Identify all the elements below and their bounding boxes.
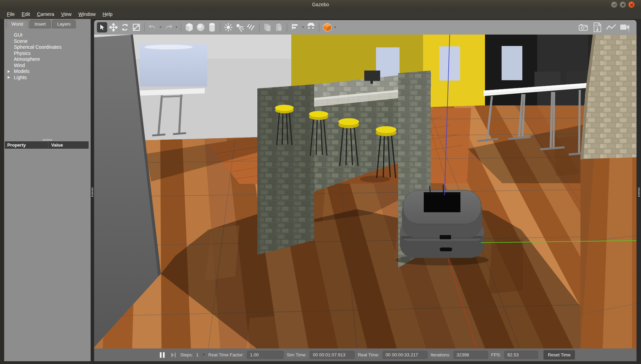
point-light-button[interactable] — [223, 22, 233, 32]
align-icon — [291, 23, 299, 31]
property-column-header[interactable]: Property — [5, 142, 48, 148]
left-splitter-grip[interactable] — [92, 188, 93, 197]
real-time-value: 00 00:00:33.217 — [383, 351, 428, 359]
cylinder-shape-icon — [209, 23, 216, 32]
undo-button[interactable] — [147, 22, 158, 32]
steps-label: Steps: — [180, 352, 193, 357]
translate-tool-button[interactable] — [108, 22, 119, 32]
magnet-icon — [306, 23, 315, 32]
paste-button[interactable] — [274, 22, 284, 32]
view-angle-button[interactable] — [322, 22, 332, 32]
toolbar-separator — [319, 23, 319, 32]
view-cube-icon — [323, 22, 332, 32]
tree-item-models[interactable]: Models — [4, 68, 91, 75]
menu-help[interactable]: Help — [99, 10, 116, 19]
record-video-button[interactable] — [620, 22, 630, 32]
scale-tool-button[interactable] — [131, 22, 141, 32]
undo-dropdown-caret[interactable] — [159, 27, 162, 28]
rtf-label: Real Time Factor: — [208, 352, 244, 357]
menu-window[interactable]: Window — [75, 10, 99, 19]
video-camera-icon — [620, 24, 630, 31]
data-logger-button[interactable]: LOG — [592, 22, 603, 32]
close-button[interactable] — [628, 1, 635, 8]
window-controls — [611, 1, 635, 8]
plot-button[interactable] — [606, 22, 616, 32]
tab-world[interactable]: World — [6, 20, 28, 28]
copy-icon — [263, 23, 272, 32]
view-angle-dropdown-caret[interactable] — [334, 27, 336, 28]
insert-cylinder-button[interactable] — [207, 22, 217, 32]
right-splitter[interactable] — [637, 19, 641, 361]
rotate-tool-button[interactable] — [120, 22, 130, 32]
spot-light-button[interactable] — [235, 22, 245, 32]
menu-bar: File Edit Camera View Window Help — [0, 10, 641, 19]
rtf-value: 1.00 — [247, 351, 284, 359]
snap-button[interactable] — [306, 22, 316, 32]
log-file-icon: LOG — [593, 22, 602, 32]
tree-item-lights[interactable]: Lights — [4, 75, 91, 81]
antenna — [443, 185, 443, 193]
menu-view[interactable]: View — [58, 10, 75, 19]
copy-button[interactable] — [262, 22, 273, 32]
title-bar[interactable]: Gazebo — [0, 0, 641, 10]
scene-3d-viewport[interactable] — [94, 35, 637, 348]
tab-insert[interactable]: Insert — [29, 20, 51, 28]
steps-spinner-caret[interactable] — [202, 354, 205, 356]
rotate-icon — [121, 23, 129, 31]
menu-file[interactable]: File — [3, 10, 18, 19]
reset-time-button[interactable]: Reset Time — [543, 350, 575, 360]
maximize-button[interactable] — [620, 1, 626, 8]
sim-time-value: 00 00:01:07.913 — [310, 351, 355, 359]
menu-camera[interactable]: Camera — [34, 10, 58, 19]
align-dropdown-caret[interactable] — [302, 27, 304, 28]
menu-edit[interactable]: Edit — [18, 10, 34, 19]
toolbar-right-group: LOG — [578, 22, 634, 32]
insert-box-button[interactable] — [184, 22, 194, 32]
align-button[interactable] — [290, 22, 300, 32]
tree-item-gui[interactable]: GUI — [4, 32, 91, 38]
step-icon — [171, 353, 174, 357]
camera-icon — [579, 24, 588, 31]
spot-light-icon — [235, 23, 244, 32]
turtlebot-robot[interactable] — [395, 185, 489, 265]
box-shape-icon — [185, 23, 193, 32]
scale-icon — [132, 23, 140, 31]
minimize-button[interactable] — [611, 1, 617, 8]
tree-item-atmosphere[interactable]: Atmosphere — [4, 56, 91, 63]
steps-value[interactable]: 1 — [196, 352, 199, 357]
left-splitter[interactable] — [91, 19, 94, 361]
window-title: Gazebo — [0, 2, 641, 7]
tree-item-physics[interactable]: Physics — [4, 50, 91, 57]
screenshot-button[interactable] — [578, 22, 589, 32]
real-time-label: Real Time: — [358, 352, 379, 357]
world-panel: World Insert Layers GUI Scene Spherical … — [4, 19, 91, 361]
redo-dropdown-caret[interactable] — [175, 27, 177, 28]
tree-item-spherical-coordinates[interactable]: Spherical Coordinates — [4, 44, 91, 50]
step-button[interactable] — [171, 353, 176, 357]
sim-time-label: Sim Time: — [287, 352, 307, 357]
right-splitter-grip[interactable] — [638, 188, 640, 197]
expand-arrow-icon[interactable] — [8, 76, 10, 79]
expand-arrow-icon[interactable] — [8, 70, 10, 73]
paste-icon — [275, 23, 283, 32]
value-column-header[interactable]: Value — [48, 142, 63, 148]
iterations-value: 32398 — [454, 351, 488, 359]
tree-item-scene[interactable]: Scene — [4, 38, 91, 45]
directional-light-icon — [247, 23, 256, 32]
redo-icon — [164, 24, 173, 31]
redo-button[interactable] — [163, 22, 174, 32]
pause-button[interactable] — [160, 352, 165, 358]
maximize-icon — [622, 4, 624, 6]
move-icon — [109, 23, 118, 31]
plot-line-icon — [606, 24, 616, 31]
pause-icon — [160, 352, 162, 358]
fps-value: 62.53 — [504, 351, 538, 359]
tab-layers[interactable]: Layers — [52, 20, 76, 28]
insert-sphere-button[interactable] — [195, 22, 206, 32]
select-tool-button[interactable] — [97, 22, 107, 32]
tree-item-wind[interactable]: Wind — [4, 63, 91, 69]
window-left-edge — [0, 19, 4, 361]
directional-light-button[interactable] — [246, 22, 256, 32]
panel-splitter-grip[interactable] — [43, 139, 52, 141]
toolbar-separator — [287, 23, 287, 32]
